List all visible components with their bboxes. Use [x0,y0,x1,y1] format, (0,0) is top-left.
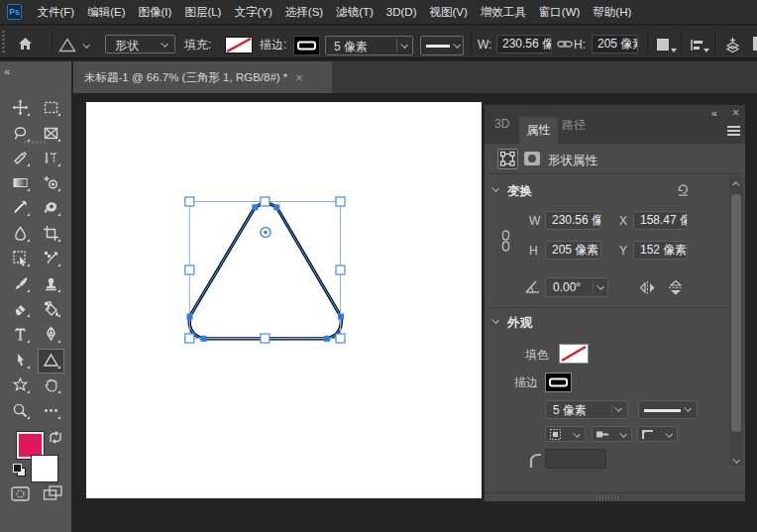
menu-filter[interactable]: 滤镜(T) [330,0,380,24]
gradient-tool[interactable] [8,171,32,193]
angle-select[interactable]: 0.00° [545,277,608,297]
stroke-label: 描边: [260,36,286,53]
document-tab-close-icon[interactable]: × [295,70,303,85]
menu-file[interactable]: 文件(F) [31,0,81,24]
swap-colors-icon[interactable] [48,430,63,445]
path-operations-icon[interactable] [657,39,669,51]
flip-vertical-icon[interactable] [668,279,684,297]
tab-properties[interactable]: 属性 [519,117,558,144]
menu-help[interactable]: 帮助(H) [587,0,638,24]
link-dimensions-icon[interactable] [557,39,573,50]
shape-rounding-control[interactable] [261,228,270,238]
eraser-tool[interactable] [8,297,32,319]
rectangular-marquee-tool[interactable] [39,96,62,118]
menu-plugins[interactable]: 增效工具 [474,0,532,24]
stroke-width-select-panel[interactable]: 5 像素 [545,400,628,419]
vertical-type-tool[interactable] [39,147,62,168]
home-icon[interactable] [17,36,34,53]
hand-tool[interactable] [39,373,62,395]
fill-swatch[interactable] [225,37,253,53]
selection-bounding-box[interactable] [189,202,340,339]
red-eye-tool[interactable] [39,171,62,193]
frame-tool[interactable] [8,247,32,268]
panel-scrollbar-thumb[interactable] [731,194,741,432]
material-eyedropper-tool[interactable] [39,247,62,268]
triangle-tool-icon[interactable] [58,38,76,53]
transform-x-field[interactable]: 158.47 像素 [633,211,688,230]
flip-horizontal-icon[interactable] [639,280,656,295]
path-anchor-points[interactable] [187,204,345,341]
custom-shape-tool[interactable] [8,373,32,395]
healing-brush-tool[interactable] [8,147,32,168]
paint-bucket-tool[interactable] [39,297,62,319]
triangle-path[interactable] [189,203,341,338]
menu-layer[interactable]: 图层(L) [178,0,228,24]
stroke-color-swatch[interactable] [545,372,572,392]
edit-toolbar-icon[interactable] [39,399,62,421]
blur-tool[interactable] [8,222,32,244]
type-tool[interactable] [8,323,32,345]
crop-tool[interactable] [39,222,62,244]
transform-w-field[interactable]: 230.56 像素 [545,211,601,230]
stroke-type-select[interactable] [420,36,464,55]
transform-h-field[interactable]: 205 像素 [545,241,601,260]
pen-tool[interactable] [39,323,62,345]
menu-edit[interactable]: 编辑(E) [81,0,132,24]
fill-color-swatch[interactable] [559,344,589,364]
stroke-type-select-panel[interactable] [638,400,698,419]
options-bar-grip[interactable] [2,31,5,54]
stroke-cap-select[interactable] [592,426,632,442]
slice-tool[interactable] [39,122,62,144]
background-color-swatch[interactable] [31,455,58,482]
path-arrangement-icon[interactable] [724,37,741,53]
brush-tool[interactable] [8,272,32,294]
default-colors-icon[interactable] [13,464,22,473]
rotate-view-tool[interactable] [39,196,62,218]
height-field[interactable]: 205 像素 [592,35,638,53]
panel-close-icon[interactable]: × [732,106,739,120]
menu-select[interactable]: 选择(S) [278,0,329,24]
tool-mode-select[interactable]: 形状 [105,35,175,53]
transform-y-field[interactable]: 152 像素 [633,241,688,260]
appearance-collapse-chevron[interactable] [491,316,499,324]
corner-radius-field[interactable] [545,449,606,469]
document-tab[interactable]: 未标题-1 @ 66.7% (三角形 1, RGB/8#) * × [73,61,332,93]
eyedropper-tool[interactable] [8,196,32,218]
move-tool[interactable] [8,96,32,118]
menu-3d[interactable]: 3D(D) [379,0,423,24]
lasso-tool[interactable] [8,122,32,144]
menu-image[interactable]: 图像(I) [132,0,178,24]
link-wh-icon[interactable] [499,230,512,252]
stroke-swatch[interactable] [293,36,320,55]
transform-handles[interactable] [185,197,345,343]
shape-tool-triangle[interactable] [39,349,62,371]
mask-properties-toggle[interactable] [523,151,541,166]
stroke-width-select[interactable]: 5 像素 [325,36,413,55]
tool-preset-chevron[interactable] [82,41,90,49]
clone-stamp-tool[interactable] [39,272,62,294]
width-field[interactable]: 230.56 像素 [496,35,552,53]
tab-3d[interactable]: 3D [494,117,509,131]
menu-window[interactable]: 窗口(W) [532,0,587,24]
panel-menu-icon[interactable] [727,126,740,128]
panel-header: « × 3D 属性 路径 [485,105,745,144]
shape-properties-toggle[interactable] [497,149,518,169]
stroke-align-select[interactable] [545,426,586,442]
toolbar-collapse-icon[interactable]: « [4,66,10,76]
tab-paths[interactable]: 路径 [562,117,586,134]
menu-view[interactable]: 视图(V) [423,0,474,24]
zoom-tool[interactable] [8,399,32,421]
menu-type[interactable]: 文字(Y) [228,0,278,24]
panel-scrollbar[interactable] [729,176,743,466]
panel-collapse-icon[interactable]: « [711,108,717,118]
path-selection-tool[interactable] [8,349,32,371]
triangle-shape-selection[interactable] [86,102,482,498]
screen-mode-icon[interactable] [43,484,63,502]
transform-collapse-chevron[interactable] [491,184,499,192]
panel-resize-grip[interactable] [596,495,620,499]
stroke-corner-select[interactable] [637,426,678,442]
height-label: H: [574,36,586,53]
reset-transform-icon[interactable] [677,182,690,196]
document-tab-title: 未标题-1 @ 66.7% (三角形 1, RGB/8#) * [84,70,287,85]
quick-mask-icon[interactable] [11,485,30,502]
